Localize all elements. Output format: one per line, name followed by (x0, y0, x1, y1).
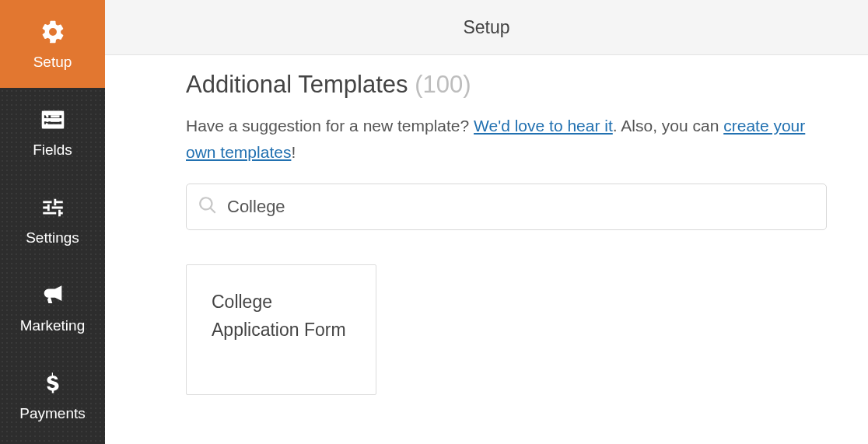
sidebar-item-payments[interactable]: Payments (0, 351, 105, 439)
sidebar-item-setup[interactable]: Setup (0, 0, 105, 88)
sidebar-item-label: Settings (26, 229, 79, 246)
template-card[interactable]: College Application Form (186, 264, 376, 395)
section-description: Have a suggestion for a new template? We… (186, 113, 837, 165)
desc-text: ! (291, 143, 296, 161)
gear-icon (39, 18, 67, 46)
search-box[interactable] (186, 184, 827, 230)
sidebar-item-label: Setup (33, 54, 72, 71)
sidebar: Setup Fields Settings Marketing Payments (0, 0, 105, 444)
section-title-text: Additional Templates (186, 71, 408, 98)
list-icon (39, 106, 67, 134)
search-icon (198, 195, 218, 219)
section-count: (100) (415, 71, 471, 98)
search-input[interactable] (227, 197, 815, 217)
suggestion-link[interactable]: We'd love to hear it (474, 117, 613, 135)
desc-text: Have a suggestion for a new template? (186, 117, 474, 135)
bullhorn-icon (39, 281, 67, 309)
dollar-icon (39, 369, 67, 397)
sidebar-item-settings[interactable]: Settings (0, 176, 105, 264)
sidebar-item-fields[interactable]: Fields (0, 88, 105, 176)
page-title: Setup (463, 17, 509, 38)
content: Additional Templates (100) Have a sugges… (155, 55, 868, 444)
sliders-icon (39, 194, 67, 222)
sidebar-item-label: Payments (19, 405, 85, 422)
sidebar-item-label: Marketing (20, 317, 85, 334)
main: Setup Additional Templates (100) Have a … (105, 0, 868, 444)
content-wrap: Additional Templates (100) Have a sugges… (105, 55, 868, 444)
sidebar-item-label: Fields (33, 142, 72, 159)
svg-point-3 (45, 123, 47, 125)
desc-text: . Also, you can (613, 117, 723, 135)
section-title: Additional Templates (100) (186, 71, 837, 99)
sidebar-item-marketing[interactable]: Marketing (0, 264, 105, 351)
header: Setup (105, 0, 868, 55)
template-card-title: College Application Form (212, 288, 351, 344)
